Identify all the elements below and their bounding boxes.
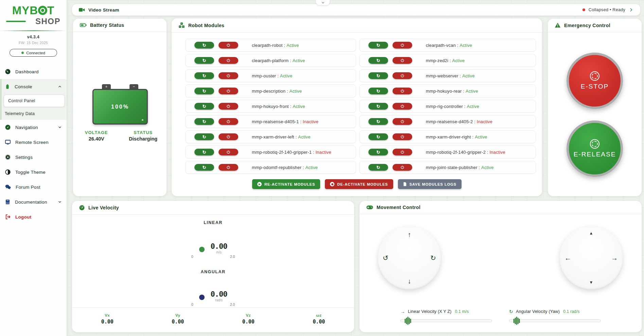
- sidebar-item-label: Toggle Theme: [15, 170, 46, 175]
- restart-module-button[interactable]: ↻: [368, 164, 388, 171]
- module-row: ↻ mmp-robotiq-2f-140-gripper-2 : Inactiv…: [359, 146, 536, 158]
- battery-status-card: Battery Status + − 100% VOLTAGE 26.40V S…: [73, 19, 167, 196]
- restart-module-button[interactable]: ↻: [194, 57, 214, 64]
- collapse-stream-button[interactable]: [316, 0, 330, 5]
- down-button[interactable]: ▼: [589, 280, 593, 284]
- move-backward-button[interactable]: ↓: [408, 278, 411, 284]
- angular-velocity-slider[interactable]: [509, 319, 601, 322]
- live-velocity-card: Live Velocity LINEAR 0.00 m/s 0 2.0 ANGU…: [72, 201, 354, 332]
- angular-velocity-slider-group: ↻ Angular Velocity (Yaw) 0.1 rad/s: [509, 309, 601, 322]
- power-module-button[interactable]: [393, 164, 412, 171]
- restart-module-button[interactable]: ↻: [194, 164, 214, 171]
- strafe-right-button[interactable]: →: [611, 255, 618, 261]
- rotate-cw-button[interactable]: ↻: [430, 255, 436, 261]
- module-name-status: mmp-hokuyo-rear : Active: [426, 89, 478, 94]
- sidebar-item-console[interactable]: Console: [2, 79, 67, 94]
- restart-module-button[interactable]: ↻: [368, 103, 388, 110]
- power-icon: [226, 135, 230, 139]
- restart-module-button[interactable]: ↻: [368, 42, 388, 49]
- strafe-left-button[interactable]: ←: [564, 255, 571, 261]
- power-module-button[interactable]: [219, 42, 238, 49]
- linear-slider-label: Linear Velocity (X Y Z): [408, 309, 452, 314]
- power-module-button[interactable]: [219, 57, 238, 64]
- modules-actions: RE-ACTIVATE MODULES DE-ACTIVATE MODULES …: [172, 179, 542, 189]
- power-module-button[interactable]: [393, 72, 412, 79]
- module-name-status: mmp-joint-state-publisher : Active: [426, 165, 494, 170]
- stop-icon: [330, 182, 334, 186]
- module-name-status: mmp-hokuyo-front : Active: [252, 104, 305, 109]
- power-module-button[interactable]: [393, 133, 412, 140]
- restart-module-button[interactable]: ↻: [368, 149, 388, 155]
- power-module-button[interactable]: [393, 118, 412, 125]
- rotate-ccw-button[interactable]: ↺: [383, 255, 388, 261]
- power-icon: [400, 119, 404, 124]
- restart-module-button[interactable]: ↻: [194, 118, 214, 125]
- sidebar-item-label: Documentation: [15, 200, 47, 205]
- power-module-button[interactable]: [219, 164, 238, 171]
- restart-module-button[interactable]: ↻: [194, 42, 214, 49]
- linear-velocity-unit: m/s: [211, 250, 227, 254]
- e-release-button[interactable]: E-RELEASE: [567, 120, 623, 177]
- linear-gauge: 0.00 m/s 0 2.0: [191, 242, 236, 259]
- velocity-card-header: Live Velocity: [72, 201, 354, 215]
- sidebar-item-forum-post[interactable]: Forum Post: [0, 180, 67, 194]
- chevron-down-icon: [58, 200, 62, 204]
- sidebar-item-toggle-theme[interactable]: Toggle Theme: [0, 165, 67, 180]
- module-name-status: mmp-robotiq-2f-140-gripper-1 : Inactive: [252, 150, 331, 155]
- power-module-button[interactable]: [219, 103, 238, 110]
- power-module-button[interactable]: [219, 133, 238, 140]
- module-name-status: mmp-odomtf-republisher : Active: [252, 165, 318, 170]
- module-name-status: mmp-description : Active: [252, 89, 302, 94]
- expand-stream-chevron-right-icon[interactable]: [629, 7, 633, 12]
- angular-gauge-section: ANGULAR 0.00 rad/s 0 2.0: [72, 269, 354, 306]
- battery-discharge-status: STATUS Discharging: [120, 130, 167, 142]
- restart-module-button[interactable]: ↻: [368, 133, 388, 140]
- restart-module-button[interactable]: ↻: [194, 103, 214, 110]
- emergency-card-header: Emergency Control: [548, 19, 642, 32]
- sidebar-item-remote-screen[interactable]: Remote Screen: [0, 135, 67, 150]
- deactivate-modules-button[interactable]: DE-ACTIVATE MODULES: [325, 179, 393, 189]
- restart-module-button[interactable]: ↻: [368, 88, 388, 94]
- e-stop-button[interactable]: E-STOP: [567, 53, 623, 109]
- mybot-shop-logo: MYBT SHOP: [0, 0, 67, 26]
- sidebar-item-documentation[interactable]: Documentation: [0, 194, 67, 209]
- power-module-button[interactable]: [393, 103, 412, 110]
- angular-slider-handle[interactable]: [514, 317, 520, 325]
- restart-module-button[interactable]: ↻: [194, 149, 214, 155]
- voltage-value: 26.40V: [73, 136, 120, 142]
- restart-module-button[interactable]: ↻: [194, 133, 214, 140]
- restart-module-button[interactable]: ↻: [368, 72, 388, 79]
- power-module-button[interactable]: [393, 42, 412, 49]
- sidebar-item-navigation[interactable]: Navigation: [0, 120, 67, 135]
- linear-gauge-section: LINEAR 0.00 m/s 0 2.0: [72, 220, 354, 259]
- linear-gauge-max: 2.0: [230, 255, 235, 259]
- power-module-button[interactable]: [219, 88, 238, 94]
- sidebar-item-dashboard[interactable]: Dashboard: [0, 64, 67, 79]
- power-module-button[interactable]: [219, 149, 238, 155]
- restart-module-button[interactable]: ↻: [194, 88, 214, 94]
- sidebar-item-label: Settings: [15, 155, 33, 160]
- warning-triangle-icon: [555, 22, 561, 28]
- up-button[interactable]: ▲: [589, 231, 593, 235]
- sidebar-item-telemetry-data[interactable]: Telemetry Data: [2, 108, 67, 120]
- power-module-button[interactable]: [219, 118, 238, 125]
- sidebar-item-logout[interactable]: Logout: [0, 209, 67, 224]
- monitor-icon: [5, 139, 11, 145]
- angular-gauge-min: 0: [191, 303, 193, 306]
- power-module-button[interactable]: [219, 72, 238, 79]
- translation-rotation-dpad: ↑ ↺ ↻ ↓: [378, 226, 441, 289]
- power-module-button[interactable]: [393, 149, 412, 155]
- linear-velocity-slider[interactable]: [400, 319, 492, 322]
- power-module-button[interactable]: [393, 88, 412, 94]
- restart-module-button[interactable]: ↻: [194, 72, 214, 79]
- sidebar-item-settings[interactable]: Settings: [0, 150, 67, 165]
- linear-slider-handle[interactable]: [405, 317, 411, 325]
- connected-dot-icon: [21, 52, 24, 54]
- move-forward-button[interactable]: ↑: [408, 231, 411, 238]
- reactivate-modules-button[interactable]: RE-ACTIVATE MODULES: [252, 179, 320, 189]
- restart-module-button[interactable]: ↻: [368, 57, 388, 64]
- save-modules-logs-button[interactable]: SAVE MODULES LOGS: [398, 179, 462, 189]
- power-module-button[interactable]: [393, 57, 412, 64]
- sidebar-item-control-panel[interactable]: Control Panel: [4, 95, 65, 107]
- restart-module-button[interactable]: ↻: [368, 118, 388, 125]
